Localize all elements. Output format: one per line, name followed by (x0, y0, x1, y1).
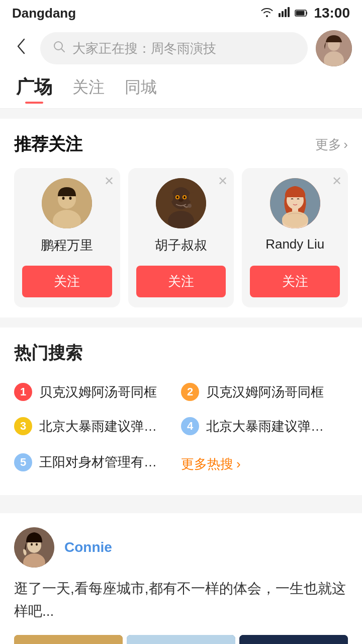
recommend-card-0: ✕ 鹏程万里 关注 (14, 168, 120, 307)
svg-point-31 (282, 211, 308, 227)
signal-icon (279, 6, 290, 20)
hot-text-0: 贝克汉姆阿汤哥同框 (39, 383, 157, 401)
svg-rect-52 (127, 635, 235, 644)
chevron-right-icon: › (343, 137, 348, 152)
card-avatar-1 (156, 178, 206, 228)
follow-btn-1[interactable]: 关注 (136, 266, 226, 297)
feed-username-0[interactable]: Connie (64, 539, 112, 555)
status-bar: Dangdang 13:00 (0, 0, 362, 26)
search-placeholder: 大家正在搜：周冬雨演技 (72, 40, 216, 57)
card-avatar-2 (270, 178, 320, 228)
recommend-card-2: ✕ (242, 168, 348, 307)
rank-badge-0: 1 (14, 383, 32, 401)
svg-rect-5 (296, 11, 305, 16)
tab-guanzhu[interactable]: 关注 (72, 76, 105, 103)
close-card-1[interactable]: ✕ (218, 174, 228, 188)
battery-icon (295, 6, 309, 20)
follow-btn-0[interactable]: 关注 (22, 266, 112, 297)
rank-badge-2: 3 (14, 417, 32, 435)
tabs-container: 广场 关注 同城 (0, 70, 362, 109)
follow-btn-2[interactable]: 关注 (250, 266, 340, 297)
svg-rect-69 (239, 635, 348, 644)
hot-search-grid: 1 贝克汉姆阿汤哥同框 2 贝克汉姆阿汤哥同框 3 北京大暴雨建议弹性... 4… (14, 375, 348, 481)
tab-guangchang[interactable]: 广场 (16, 75, 52, 104)
app-name: Dangdang (12, 6, 76, 21)
hot-text-2: 北京大暴雨建议弹性... (39, 418, 160, 435)
svg-point-18 (165, 192, 173, 202)
rank-badge-1: 2 (181, 383, 199, 401)
recommend-section: 推荐关注 更多 › ✕ (0, 119, 362, 317)
feed-image-1[interactable] (127, 635, 235, 644)
feed-avatar-0[interactable] (14, 527, 54, 568)
time-display: 13:00 (314, 5, 350, 21)
hot-text-1: 贝克汉姆阿汤哥同框 (206, 383, 324, 401)
recommend-header: 推荐关注 更多 › (14, 133, 348, 156)
tab-tongcheng[interactable]: 同城 (125, 76, 157, 103)
rank-badge-4: 5 (14, 453, 32, 471)
feed-item-0: Connie 逛了一天,看每座城市,都有不一样的体会，一生也就这样吧... (0, 513, 362, 644)
close-card-0[interactable]: ✕ (104, 174, 114, 188)
hot-search-title: 热门搜索 (14, 342, 348, 365)
hot-search-item-1[interactable]: 2 贝克汉姆阿汤哥同框 (181, 375, 348, 409)
hot-search-item-2[interactable]: 3 北京大暴雨建议弹性... (14, 409, 181, 443)
hot-text-4: 王阳对身材管理有多... (39, 453, 160, 471)
recommend-title: 推荐关注 (14, 133, 82, 156)
user-avatar[interactable] (316, 30, 352, 66)
feed-item-header: Connie (14, 527, 348, 568)
feed-image-2[interactable] (239, 635, 348, 644)
recommend-card-1: ✕ (128, 168, 234, 307)
section-divider (0, 495, 362, 503)
svg-point-22 (176, 196, 178, 199)
svg-rect-2 (285, 9, 287, 17)
status-icons: 13:00 (260, 5, 350, 21)
svg-point-23 (184, 196, 186, 199)
card-name-2: Randy Liu (265, 236, 324, 256)
recommend-cards-container: ✕ 鹏程万里 关注 ✕ (14, 168, 348, 307)
svg-rect-50 (14, 635, 123, 644)
svg-rect-1 (282, 11, 284, 17)
wifi-icon (260, 6, 274, 20)
svg-point-19 (189, 192, 197, 202)
hot-text-3: 北京大暴雨建议弹性... (206, 418, 327, 435)
svg-point-25 (178, 199, 184, 202)
svg-point-24 (188, 204, 192, 208)
header: 大家正在搜：周冬雨演技 (0, 26, 362, 70)
recommend-more-link[interactable]: 更多 › (315, 136, 348, 153)
hot-search-item-4[interactable]: 5 王阳对身材管理有多... (14, 443, 181, 481)
card-avatar-0 (42, 178, 92, 228)
rank-badge-3: 4 (181, 417, 199, 435)
hot-search-item-0[interactable]: 1 贝克汉姆阿汤哥同框 (14, 375, 181, 409)
card-name-0: 鹏程万里 (41, 236, 93, 256)
search-bar[interactable]: 大家正在搜：周冬雨演技 (40, 32, 308, 64)
svg-point-13 (62, 197, 65, 200)
svg-point-36 (36, 543, 38, 546)
feed-text-0: 逛了一天,看每座城市,都有不一样的体会，一生也就这样吧... (14, 578, 348, 623)
feed-image-0[interactable] (14, 635, 123, 644)
close-card-2[interactable]: ✕ (332, 174, 342, 188)
hot-search-section: 热门搜索 1 贝克汉姆阿汤哥同框 2 贝克汉姆阿汤哥同框 3 北京大暴雨建议弹性… (0, 328, 362, 495)
svg-rect-0 (279, 13, 281, 17)
more-hot-searches[interactable]: 更多热搜 › (181, 443, 348, 481)
feed-images-0 (14, 635, 348, 644)
search-icon (52, 40, 66, 57)
card-name-1: 胡子叔叔 (155, 236, 207, 256)
back-button[interactable] (10, 37, 32, 60)
svg-rect-3 (288, 7, 290, 17)
chevron-right-icon: › (236, 456, 241, 472)
svg-point-14 (69, 197, 72, 200)
hot-search-item-3[interactable]: 4 北京大暴雨建议弹性... (181, 409, 348, 443)
svg-point-35 (31, 543, 33, 546)
